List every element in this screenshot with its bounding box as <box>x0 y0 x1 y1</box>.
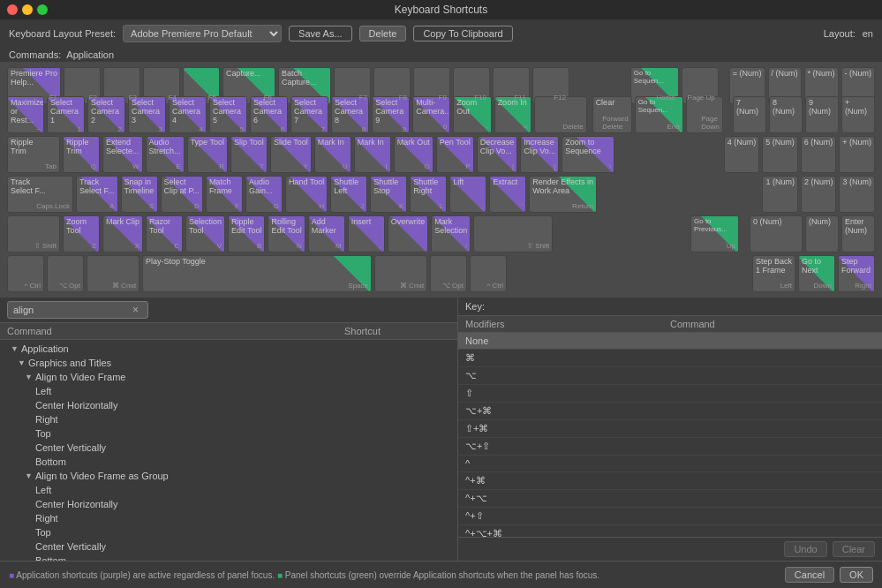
key-k[interactable]: ShuttleStop K <box>370 176 407 213</box>
key-bracket-l[interactable]: DecreaseClip Vo... [ <box>477 136 518 173</box>
key-l[interactable]: ShuttleRight L <box>410 176 447 213</box>
key-go-seq-end[interactable]: Go toSequen... End <box>635 96 683 133</box>
key-f[interactable]: MatchFrame F <box>206 176 243 213</box>
key-bracket-r[interactable]: IncreaseClip Vo... ] <box>520 136 559 173</box>
key-down[interactable]: Go toNext Down <box>798 255 835 292</box>
modifier-ctrl-opt[interactable]: ^+⌥ <box>458 490 882 508</box>
copy-to-clipboard-button[interactable]: Copy To Clipboard <box>413 26 512 41</box>
command-list[interactable]: ▼ Application ▼ Graphics and Titles ▼ Al… <box>0 340 457 561</box>
modifier-ctrl-cmd[interactable]: ^+⌘ <box>458 472 882 490</box>
tree-ag-center-h[interactable]: Center Horizontally <box>0 497 457 511</box>
clear-button[interactable]: Clear <box>833 541 875 557</box>
key-t[interactable]: Slip Tool T <box>230 136 268 173</box>
key-shift-r[interactable]: ⇧ Shift <box>473 215 553 253</box>
key-3[interactable]: SelectCamera 3 3 <box>128 96 166 133</box>
key-r[interactable]: Type Tool R <box>187 136 228 173</box>
tree-align-group[interactable]: ▼ Align to Video Frame as Group <box>0 469 457 483</box>
key-num-2[interactable]: 2 (Num) <box>801 176 837 213</box>
tree-ag-right[interactable]: Right <box>0 511 457 525</box>
modifier-none[interactable]: None <box>458 333 882 350</box>
key-m[interactable]: AddMarker M <box>308 215 345 253</box>
key-cmd-l[interactable]: ⌘ Cmd <box>87 255 139 292</box>
preset-select[interactable]: Adobe Premiere Pro Default <box>123 25 282 42</box>
tree-ag-center-v[interactable]: Center Vertically <box>0 539 457 554</box>
tree-ag-bottom[interactable]: Bottom <box>0 554 457 561</box>
search-input[interactable] <box>7 301 148 319</box>
key-d[interactable]: SelectClip at P... D <box>161 176 203 213</box>
close-button[interactable] <box>7 4 18 15</box>
tree-avf-top[interactable]: Top <box>0 426 457 441</box>
modifier-opt-cmd[interactable]: ⌥+⌘ <box>458 403 882 420</box>
key-c[interactable]: RazorTool C <box>146 215 183 253</box>
key-delete[interactable]: Delete <box>534 96 587 133</box>
delete-button[interactable]: Delete <box>359 26 407 41</box>
key-num-6[interactable]: 6 (Num) <box>801 136 837 173</box>
key-return[interactable]: Render Effects inWork Area Return <box>529 176 597 213</box>
key-num-0[interactable]: 0 (Num) <box>750 215 803 253</box>
key-backslash[interactable]: Zoom toSequence \ <box>562 136 614 173</box>
key-num-plus[interactable]: + (Num) <box>841 96 875 133</box>
key-w[interactable]: ExtendSelecte... W <box>102 136 143 173</box>
key-s[interactable]: Snap inTimeline S <box>121 176 158 213</box>
key-num-plus2[interactable]: + (Num) <box>839 136 875 173</box>
tree-avf-left[interactable]: Left <box>0 384 457 398</box>
key-num-enter[interactable]: Enter(Num) <box>841 215 875 253</box>
modifier-ctrl-opt-cmd[interactable]: ^+⌥+⌘ <box>458 525 882 537</box>
key-num-8[interactable]: 8 (Num) <box>769 96 803 133</box>
key-semicolon[interactable]: Lift ; <box>449 176 486 213</box>
tree-ag-top[interactable]: Top <box>0 525 457 539</box>
tree-application[interactable]: ▼ Application <box>0 342 457 356</box>
key-period[interactable]: Overwrite . <box>388 215 429 253</box>
maximize-button[interactable] <box>37 4 48 15</box>
undo-button[interactable]: Undo <box>784 541 826 557</box>
key-ctrl-l[interactable]: ^ Ctrl <box>7 255 44 292</box>
key-caps[interactable]: TrackSelect F... Caps Lock <box>7 176 73 213</box>
cancel-button[interactable]: Cancel <box>785 567 834 583</box>
modifier-ctrl-shift[interactable]: ^+⇧ <box>458 508 882 525</box>
key-5[interactable]: SelectCamera 5 5 <box>209 96 247 133</box>
key-2[interactable]: SelectCamera 2 2 <box>87 96 125 133</box>
key-tab[interactable]: RippleTrim Tab <box>7 136 60 173</box>
key-left[interactable]: Step Back1 Frame Left <box>752 255 795 292</box>
modifier-opt-shift[interactable]: ⌥+⇧ <box>458 438 882 456</box>
key-num-4[interactable]: 4 (Num) <box>724 136 760 173</box>
key-y[interactable]: Slide Tool Y <box>270 136 312 173</box>
key-fwd-del[interactable]: Clear ForwardDelete <box>592 96 632 133</box>
key-6[interactable]: SelectCamera 6 6 <box>250 96 288 133</box>
key-opt-r[interactable]: ⌥ Opt <box>430 255 467 292</box>
key-n[interactable]: RollingEdit Tool N <box>268 215 305 253</box>
key-opt-l[interactable]: ⌥ Opt <box>47 255 84 292</box>
ok-button[interactable]: OK <box>840 567 873 583</box>
tree-ag-left[interactable]: Left <box>0 483 457 497</box>
key-equals[interactable]: Zoom In = <box>494 96 531 133</box>
save-as-button[interactable]: Save As... <box>289 26 352 41</box>
key-7[interactable]: SelectCamera 7 7 <box>290 96 328 133</box>
key-i[interactable]: Mark In I <box>354 136 391 173</box>
modifier-ctrl[interactable]: ^ <box>458 456 882 472</box>
key-slash[interactable]: MarkSelection / <box>431 215 471 253</box>
key-e[interactable]: AudioStretch... E <box>146 136 185 173</box>
key-space[interactable]: Play-Stop Toggle Space <box>142 255 372 292</box>
key-q[interactable]: RippleTrim Q <box>63 136 100 173</box>
key-v[interactable]: SelectionTool V <box>185 215 225 253</box>
key-u[interactable]: Mark In U <box>314 136 351 173</box>
key-4[interactable]: SelectCamera 4 4 <box>169 96 207 133</box>
key-page-down[interactable]: PageDown <box>686 96 723 133</box>
key-backtick[interactable]: Maximizeor Rest... ~ <box>7 96 44 133</box>
key-quote[interactable]: Extract ' <box>489 176 526 213</box>
key-comma[interactable]: Insert , <box>348 215 385 253</box>
key-num-dot[interactable]: (Num) <box>805 215 839 253</box>
key-up[interactable]: Go toPrevious... Up <box>690 215 739 253</box>
tree-avf-bottom[interactable]: Bottom <box>0 455 457 469</box>
modifier-opt[interactable]: ⌥ <box>458 367 882 385</box>
key-shift-l[interactable]: ⇧ Shift <box>7 215 60 253</box>
key-8[interactable]: SelectCamera 8 8 <box>331 96 369 133</box>
minimize-button[interactable] <box>22 4 33 15</box>
modifier-shift-cmd[interactable]: ⇧+⌘ <box>458 420 882 438</box>
tree-avf-right[interactable]: Right <box>0 412 457 426</box>
key-num-1[interactable]: 1 (Num) <box>762 176 798 213</box>
tree-graphics-titles[interactable]: ▼ Graphics and Titles <box>0 356 457 370</box>
search-clear-button[interactable]: × <box>132 304 139 316</box>
key-num-5[interactable]: 5 (Num) <box>762 136 798 173</box>
key-a[interactable]: TrackSelect F... A <box>76 176 118 213</box>
